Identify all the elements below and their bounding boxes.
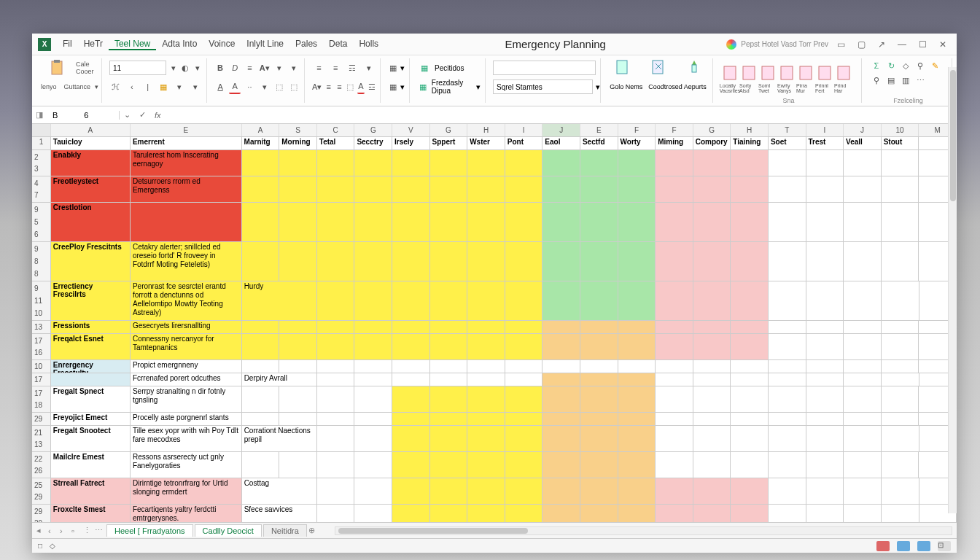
cell[interactable]: Fregalt Spnect — [51, 386, 131, 412]
cell[interactable] — [430, 505, 468, 522]
cell[interactable] — [317, 360, 355, 373]
col-header-2[interactable]: E — [131, 124, 242, 136]
cell[interactable] — [882, 203, 919, 241]
cell[interactable] — [430, 203, 468, 241]
align-left-icon[interactable]: A — [214, 79, 226, 94]
cell[interactable] — [693, 203, 731, 241]
cell[interactable]: Ressons asrserecty uct gnly Fanelygorati… — [131, 452, 242, 478]
cell[interactable] — [769, 242, 806, 281]
cell[interactable] — [580, 505, 618, 522]
cell[interactable] — [317, 373, 355, 386]
cell[interactable] — [769, 360, 806, 373]
row-number[interactable]: 17 — [32, 373, 51, 386]
cell[interactable] — [392, 150, 430, 176]
cell[interactable] — [844, 242, 882, 281]
cell[interactable] — [656, 242, 693, 281]
cell[interactable] — [430, 373, 468, 386]
cell[interactable] — [580, 334, 618, 359]
cell[interactable] — [392, 373, 430, 386]
merge-icon[interactable]: ≡ — [312, 61, 326, 75]
cell[interactable] — [844, 203, 882, 241]
cell[interactable] — [769, 334, 806, 359]
cell[interactable] — [769, 505, 806, 522]
cell[interactable]: Trest — [806, 137, 844, 149]
cell[interactable] — [618, 360, 656, 373]
cell[interactable] — [656, 360, 693, 373]
cell[interactable]: Fressionts — [51, 321, 131, 333]
cell[interactable] — [806, 452, 844, 478]
cell[interactable] — [354, 281, 392, 320]
cell[interactable]: Froxclte Smest — [51, 505, 131, 522]
merge-drop-icon[interactable]: ▾ — [362, 61, 376, 75]
cell[interactable] — [769, 426, 806, 451]
cell[interactable] — [806, 478, 844, 504]
cell[interactable]: Soet — [769, 137, 806, 149]
cell[interactable] — [731, 452, 769, 478]
cell[interactable] — [580, 426, 618, 451]
cell[interactable] — [279, 150, 317, 176]
cell[interactable] — [317, 426, 355, 451]
table-fmt-icon[interactable]: ▦ — [417, 79, 429, 94]
cell[interactable] — [882, 176, 919, 202]
cell[interactable] — [769, 176, 806, 202]
cell[interactable] — [806, 321, 844, 333]
cell[interactable] — [806, 150, 844, 176]
view-normal-icon[interactable] — [876, 541, 890, 551]
cell[interactable] — [693, 176, 731, 202]
menu-hetr[interactable]: HeTr — [78, 39, 109, 50]
cell[interactable] — [580, 413, 618, 425]
cell[interactable]: Tille esex yopr writh wih Poy Tdlt fare … — [131, 426, 242, 451]
cell[interactable]: Enrergency Freostulty — [51, 360, 131, 373]
cell[interactable] — [131, 203, 242, 241]
col-header-18[interactable]: I — [806, 124, 844, 136]
cell[interactable]: Miming — [656, 137, 693, 149]
cell[interactable] — [242, 150, 280, 176]
row-number[interactable]: 2929 — [32, 505, 51, 522]
cell[interactable] — [430, 281, 468, 320]
cell[interactable] — [392, 478, 430, 504]
cell[interactable] — [882, 281, 919, 320]
cell[interactable] — [656, 334, 693, 359]
cell[interactable]: Worty — [618, 137, 656, 149]
cell[interactable] — [542, 478, 580, 504]
col-header-19[interactable]: J — [844, 124, 882, 136]
cell[interactable] — [430, 386, 468, 412]
cell[interactable] — [317, 452, 355, 478]
cell[interactable] — [731, 478, 769, 504]
cell[interactable] — [430, 426, 468, 451]
maximize-button[interactable]: ☐ — [914, 37, 930, 52]
cell[interactable] — [580, 281, 618, 320]
cell[interactable]: Errectiency Frescilrts — [51, 281, 131, 320]
font-grow-icon[interactable]: ◐ — [181, 61, 190, 75]
cell[interactable]: Strreall Fatrect — [51, 478, 131, 504]
cell[interactable] — [844, 426, 882, 451]
merge2-icon[interactable]: ≡ — [329, 61, 343, 75]
cell[interactable] — [656, 321, 693, 333]
cell[interactable] — [731, 321, 769, 333]
edit4-icon[interactable]: ⋯ — [913, 73, 928, 88]
cell[interactable] — [354, 150, 392, 176]
cell[interactable] — [242, 386, 280, 412]
cell[interactable] — [618, 242, 656, 281]
cell[interactable] — [693, 452, 731, 478]
cell[interactable]: Eaol — [542, 137, 580, 149]
cell[interactable]: Fcrrenafed porert odcuthes — [131, 373, 242, 386]
cell[interactable] — [542, 150, 580, 176]
cell[interactable] — [806, 413, 844, 425]
cell[interactable] — [392, 505, 430, 522]
cell[interactable] — [693, 360, 731, 373]
cell[interactable]: Secctry — [354, 137, 392, 149]
cell[interactable]: Freyojict Emect — [51, 413, 131, 425]
account-text[interactable]: Pepst Hotel Vasd Torr Prev — [741, 40, 828, 48]
cell[interactable]: Peronrast fce sesrctel erantd forrott a … — [131, 281, 242, 320]
cell[interactable] — [317, 386, 355, 412]
cell[interactable] — [542, 426, 580, 451]
cell[interactable] — [467, 242, 505, 281]
cell[interactable]: CreePloy Frescitnts — [51, 242, 131, 281]
cell[interactable] — [580, 176, 618, 202]
cell[interactable]: Hurdy — [242, 281, 317, 320]
cell[interactable] — [656, 413, 693, 425]
cell[interactable] — [430, 242, 468, 281]
cell[interactable] — [392, 360, 430, 373]
edit1-icon[interactable]: ⚲ — [869, 73, 884, 88]
